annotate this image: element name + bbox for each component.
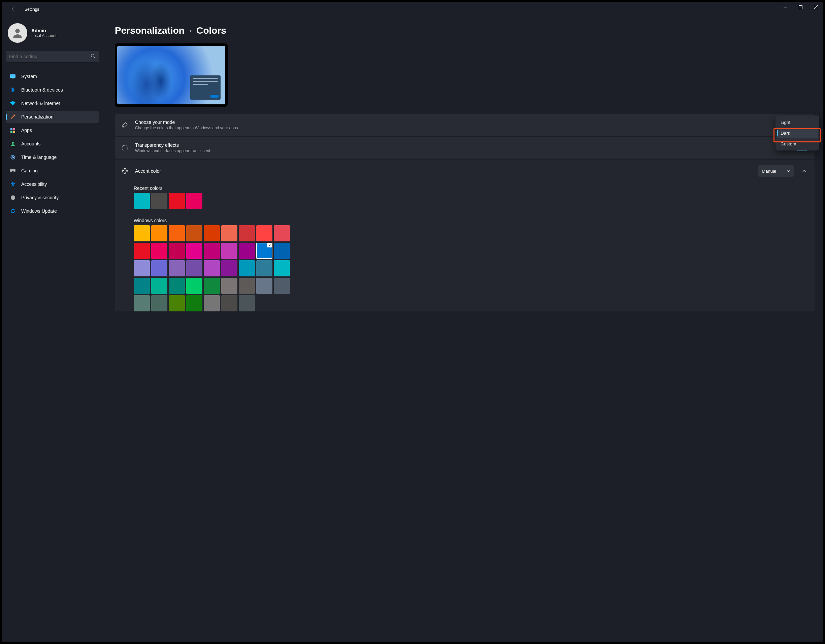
search-input[interactable] — [9, 54, 91, 59]
color-swatch[interactable] — [186, 243, 202, 259]
color-swatch[interactable] — [239, 295, 255, 311]
bluetooth-icon — [10, 87, 16, 93]
color-swatch[interactable] — [151, 243, 167, 259]
color-swatch[interactable] — [151, 225, 167, 241]
nav-item-accessibility[interactable]: Accessibility — [6, 178, 99, 190]
color-swatch[interactable] — [204, 260, 220, 276]
choose-mode-row[interactable]: Choose your mode Change the colors that … — [115, 114, 412, 136]
color-swatch[interactable] — [239, 260, 255, 276]
svg-point-1 — [15, 29, 20, 33]
nav-label: Network & internet — [21, 100, 60, 106]
color-swatch[interactable] — [256, 225, 272, 241]
recent-color-swatch[interactable] — [169, 193, 185, 209]
color-swatch[interactable] — [204, 243, 220, 259]
svg-point-14 — [125, 169, 125, 170]
color-swatch[interactable] — [256, 260, 272, 276]
nav-item-privacy[interactable]: Privacy & security — [6, 192, 99, 204]
nav-item-bluetooth[interactable]: Bluetooth & devices — [6, 84, 99, 96]
color-swatch[interactable] — [204, 295, 220, 311]
color-swatch[interactable] — [169, 278, 185, 294]
color-swatch[interactable] — [169, 260, 185, 276]
recent-color-swatch[interactable] — [151, 193, 167, 209]
color-swatch[interactable] — [151, 278, 167, 294]
breadcrumb-current: Colors — [196, 25, 226, 36]
nav-item-gaming[interactable]: Gaming — [6, 165, 99, 177]
color-swatch[interactable] — [186, 260, 202, 276]
nav-label: Bluetooth & devices — [21, 87, 63, 93]
avatar[interactable] — [8, 23, 27, 43]
color-swatch[interactable] — [239, 243, 255, 259]
back-button[interactable] — [6, 4, 20, 15]
color-swatch[interactable] — [134, 278, 150, 294]
color-swatch[interactable] — [274, 278, 290, 294]
nav-item-accounts[interactable]: Accounts — [6, 138, 99, 150]
color-swatch[interactable] — [204, 225, 220, 241]
color-swatch[interactable] — [274, 260, 290, 276]
recent-color-swatch[interactable] — [186, 193, 202, 209]
svg-point-13 — [123, 170, 124, 171]
color-swatch[interactable] — [169, 225, 185, 241]
color-swatch[interactable] — [151, 260, 167, 276]
transparency-title: Transparency effects — [135, 142, 412, 148]
color-swatch[interactable] — [151, 295, 167, 311]
system-icon — [10, 73, 16, 79]
color-swatch[interactable] — [221, 295, 237, 311]
nav-label: Gaming — [21, 168, 38, 173]
account-sub: Local Account — [31, 33, 57, 38]
nav-label: Personalization — [21, 114, 54, 119]
color-swatch[interactable] — [274, 243, 290, 259]
nav-item-system[interactable]: System — [6, 70, 99, 82]
nav-item-update[interactable]: Windows Update — [6, 205, 99, 217]
accent-color-row[interactable]: Accent color Manual — [115, 160, 412, 182]
search-box[interactable] — [6, 51, 99, 62]
color-swatch[interactable] — [239, 225, 255, 241]
color-swatch[interactable] — [239, 278, 255, 294]
color-swatch[interactable] — [134, 260, 150, 276]
svg-rect-8 — [13, 131, 15, 133]
color-swatch[interactable] — [134, 225, 150, 241]
color-swatch[interactable] — [221, 260, 237, 276]
transparency-row: Transparency effects Windows and surface… — [115, 137, 412, 159]
color-swatch[interactable] — [186, 278, 202, 294]
color-swatch[interactable] — [221, 278, 237, 294]
svg-point-15 — [126, 170, 127, 171]
svg-rect-12 — [122, 145, 127, 150]
palette-icon — [121, 167, 129, 175]
chevron-right-icon: › — [190, 28, 191, 34]
color-swatch[interactable] — [186, 295, 202, 311]
color-swatch[interactable] — [169, 243, 185, 259]
breadcrumb: Personalization › Colors — [115, 25, 412, 36]
transparency-sub: Windows and surfaces appear translucent — [135, 148, 412, 153]
window-title: Settings — [25, 7, 39, 12]
recent-color-swatch[interactable] — [134, 193, 150, 209]
breadcrumb-parent[interactable]: Personalization — [115, 25, 185, 36]
svg-point-2 — [91, 54, 94, 57]
nav-item-personalization[interactable]: Personalization — [6, 111, 99, 123]
color-swatch[interactable] — [169, 295, 185, 311]
color-swatch[interactable] — [221, 225, 237, 241]
accessibility-icon — [10, 181, 16, 187]
color-swatch[interactable] — [186, 225, 202, 241]
nav-item-time[interactable]: Time & language — [6, 151, 99, 163]
nav-item-apps[interactable]: Apps — [6, 124, 99, 136]
nav-label: Windows Update — [21, 208, 57, 214]
color-swatch[interactable] — [221, 243, 237, 259]
svg-point-9 — [12, 142, 14, 144]
color-swatch[interactable] — [134, 243, 150, 259]
color-swatch[interactable] — [256, 278, 272, 294]
recent-colors-label: Recent colors — [134, 185, 412, 191]
color-swatch[interactable] — [256, 243, 272, 259]
color-swatch[interactable] — [204, 278, 220, 294]
accounts-icon — [10, 141, 16, 147]
color-swatch[interactable] — [134, 295, 150, 311]
apps-icon — [10, 127, 16, 133]
nav-label: Accounts — [21, 141, 41, 147]
windows-colors-label: Windows colors — [134, 218, 412, 223]
privacy-icon — [10, 195, 16, 201]
nav-item-network[interactable]: Network & internet — [6, 97, 99, 110]
svg-rect-3 — [10, 74, 15, 78]
color-swatch[interactable] — [274, 225, 290, 241]
svg-point-11 — [12, 182, 14, 183]
nav-label: Apps — [21, 128, 32, 133]
mode-title: Choose your mode — [135, 119, 412, 125]
